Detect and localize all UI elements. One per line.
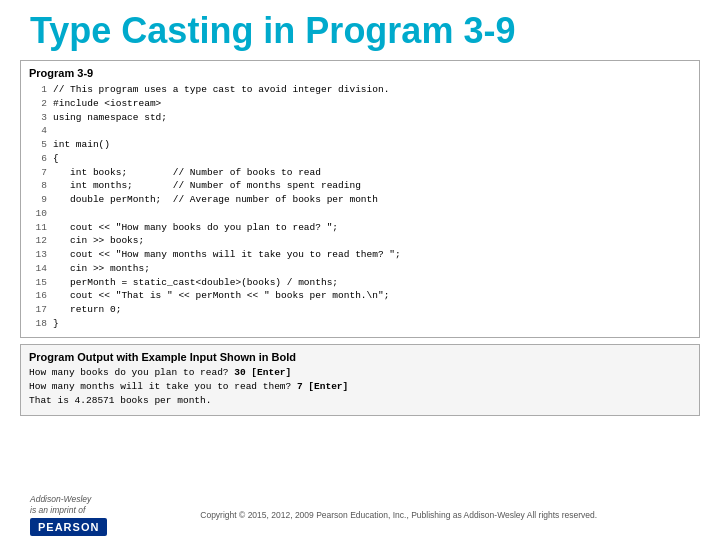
line-number: 12: [29, 234, 47, 248]
slide-title: Type Casting in Program 3-9: [20, 10, 700, 52]
addison-line2: is an imprint of: [30, 505, 85, 516]
output-content: How many books do you plan to read? 30 […: [29, 366, 691, 409]
line-number: 11: [29, 221, 47, 235]
line-text: cout << "How many books do you plan to r…: [53, 222, 338, 233]
line-number: 1: [29, 83, 47, 97]
line-number: 18: [29, 317, 47, 331]
line-text: return 0;: [53, 304, 121, 315]
line-text: {: [53, 153, 59, 164]
line-text: // This program uses a type cast to avoi…: [53, 84, 389, 95]
code-line: 10: [29, 207, 691, 221]
line-number: 5: [29, 138, 47, 152]
code-line: 14 cin >> months;: [29, 262, 691, 276]
addison-line1: Addison-Wesley: [30, 494, 91, 505]
line-number: 7: [29, 166, 47, 180]
code-line: 16 cout << "That is " << perMonth << " b…: [29, 289, 691, 303]
line-number: 4: [29, 124, 47, 138]
line-number: 3: [29, 111, 47, 125]
line-text: #include <iostream>: [53, 98, 161, 109]
line-text: cout << "That is " << perMonth << " book…: [53, 290, 389, 301]
output-header: Program Output with Example Input Shown …: [29, 351, 691, 363]
pearson-badge: PEARSON: [30, 518, 107, 536]
line-number: 10: [29, 207, 47, 221]
code-line: 5int main(): [29, 138, 691, 152]
line-text: int main(): [53, 139, 110, 150]
content-area: Program 3-9 1// This program uses a type…: [20, 60, 700, 486]
code-content: 1// This program uses a type cast to avo…: [29, 83, 691, 331]
code-line: 12 cin >> books;: [29, 234, 691, 248]
code-line: 2#include <iostream>: [29, 97, 691, 111]
line-text: using namespace std;: [53, 112, 167, 123]
copyright-text: Copyright © 2015, 2012, 2009 Pearson Edu…: [107, 510, 690, 520]
output-line: That is 4.28571 books per month.: [29, 394, 691, 408]
line-number: 17: [29, 303, 47, 317]
slide-container: Type Casting in Program 3-9 Program 3-9 …: [0, 0, 720, 540]
code-line: 17 return 0;: [29, 303, 691, 317]
output-box: Program Output with Example Input Shown …: [20, 344, 700, 416]
code-line: 8 int months; // Number of months spent …: [29, 179, 691, 193]
line-number: 9: [29, 193, 47, 207]
line-number: 14: [29, 262, 47, 276]
code-line: 11 cout << "How many books do you plan t…: [29, 221, 691, 235]
code-line: 6{: [29, 152, 691, 166]
line-number: 16: [29, 289, 47, 303]
pearson-logo-area: Addison-Wesley is an imprint of PEARSON: [30, 494, 107, 536]
code-box-header: Program 3-9: [29, 67, 691, 79]
code-line: 15 perMonth = static_cast<double>(books)…: [29, 276, 691, 290]
code-line: 4: [29, 124, 691, 138]
line-text: double perMonth; // Average number of bo…: [53, 194, 378, 205]
code-line: 18}: [29, 317, 691, 331]
line-number: 6: [29, 152, 47, 166]
line-number: 2: [29, 97, 47, 111]
output-bold: 7 [Enter]: [297, 381, 348, 392]
line-text: cout << "How many months will it take yo…: [53, 249, 401, 260]
line-text: int months; // Number of months spent re…: [53, 180, 361, 191]
line-text: int books; // Number of books to read: [53, 167, 321, 178]
line-text: perMonth = static_cast<double>(books) / …: [53, 277, 338, 288]
code-line: 9 double perMonth; // Average number of …: [29, 193, 691, 207]
line-text: cin >> months;: [53, 263, 150, 274]
code-line: 13 cout << "How many months will it take…: [29, 248, 691, 262]
output-line: How many months will it take you to read…: [29, 380, 691, 394]
left-col: Program 3-9 1// This program uses a type…: [20, 60, 700, 486]
code-line: 7 int books; // Number of books to read: [29, 166, 691, 180]
line-text: cin >> books;: [53, 235, 144, 246]
line-text: }: [53, 318, 59, 329]
line-number: 8: [29, 179, 47, 193]
line-number: 15: [29, 276, 47, 290]
output-bold: 30 [Enter]: [234, 367, 291, 378]
bottom-bar: Addison-Wesley is an imprint of PEARSON …: [20, 490, 700, 540]
code-line: 1// This program uses a type cast to avo…: [29, 83, 691, 97]
line-number: 13: [29, 248, 47, 262]
output-line: How many books do you plan to read? 30 […: [29, 366, 691, 380]
code-box: Program 3-9 1// This program uses a type…: [20, 60, 700, 338]
code-line: 3using namespace std;: [29, 111, 691, 125]
